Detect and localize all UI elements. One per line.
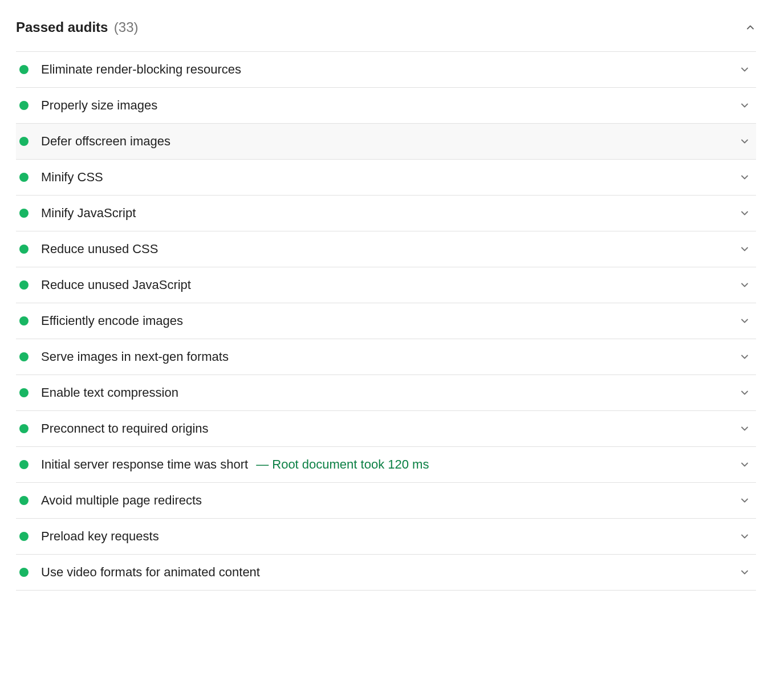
pass-dot-icon [19,101,29,110]
audit-label: Eliminate render-blocking resources [41,62,241,77]
chevron-down-icon [739,531,750,542]
audit-row[interactable]: Initial server response time was short— … [16,446,756,482]
pass-dot-icon [19,137,29,146]
chevron-down-icon [739,243,750,255]
section-count: (33) [114,19,139,35]
pass-dot-icon [19,245,29,254]
pass-dot-icon [19,280,29,290]
audit-row[interactable]: Reduce unused JavaScript [16,267,756,303]
pass-dot-icon [19,209,29,218]
audit-label: Efficiently encode images [41,314,183,328]
audit-list: Eliminate render-blocking resourcesPrope… [16,51,756,590]
chevron-down-icon [739,423,750,434]
audit-label: Minify JavaScript [41,206,136,221]
audit-label: Reduce unused JavaScript [41,278,191,292]
chevron-up-icon [745,22,756,33]
audit-row[interactable]: Eliminate render-blocking resources [16,51,756,87]
audit-row[interactable]: Defer offscreen images [16,123,756,159]
chevron-down-icon [739,172,750,183]
audit-row[interactable]: Reduce unused CSS [16,231,756,267]
pass-dot-icon [19,352,29,361]
audit-label: Preload key requests [41,529,159,544]
chevron-down-icon [739,351,750,363]
chevron-down-icon [739,279,750,291]
chevron-down-icon [739,207,750,219]
audit-detail: — Root document took 120 ms [256,457,429,472]
chevron-down-icon [739,387,750,398]
list-bottom-border [16,590,756,591]
pass-dot-icon [19,424,29,433]
audit-row[interactable]: Efficiently encode images [16,303,756,339]
section-title: Passed audits [16,19,108,35]
pass-dot-icon [19,173,29,182]
audit-label: Serve images in next-gen formats [41,349,229,364]
audit-row[interactable]: Serve images in next-gen formats [16,339,756,375]
pass-dot-icon [19,316,29,325]
audit-label: Properly size images [41,98,157,113]
audit-label: Use video formats for animated content [41,565,260,580]
pass-dot-icon [19,568,29,577]
audit-row[interactable]: Enable text compression [16,375,756,410]
passed-audits-header[interactable]: Passed audits (33) [16,11,756,51]
audit-row[interactable]: Minify CSS [16,159,756,195]
chevron-down-icon [739,495,750,506]
chevron-down-icon [739,315,750,327]
audit-label: Avoid multiple page redirects [41,493,202,508]
pass-dot-icon [19,460,29,469]
audit-label: Defer offscreen images [41,134,170,149]
audit-label: Preconnect to required origins [41,421,209,436]
chevron-down-icon [739,100,750,111]
audit-row[interactable]: Properly size images [16,87,756,123]
chevron-down-icon [739,567,750,578]
audit-row[interactable]: Minify JavaScript [16,195,756,231]
chevron-down-icon [739,136,750,147]
audit-row[interactable]: Avoid multiple page redirects [16,482,756,518]
audit-row[interactable]: Use video formats for animated content [16,554,756,590]
audit-label: Enable text compression [41,385,178,400]
pass-dot-icon [19,496,29,505]
chevron-down-icon [739,459,750,470]
audit-row[interactable]: Preconnect to required origins [16,410,756,446]
pass-dot-icon [19,65,29,74]
chevron-down-icon [739,64,750,75]
audit-label: Initial server response time was short [41,457,248,472]
pass-dot-icon [19,532,29,541]
audit-label: Minify CSS [41,170,103,185]
audit-row[interactable]: Preload key requests [16,518,756,554]
header-title-wrap: Passed audits (33) [16,19,139,35]
pass-dot-icon [19,388,29,397]
audit-label: Reduce unused CSS [41,242,158,257]
